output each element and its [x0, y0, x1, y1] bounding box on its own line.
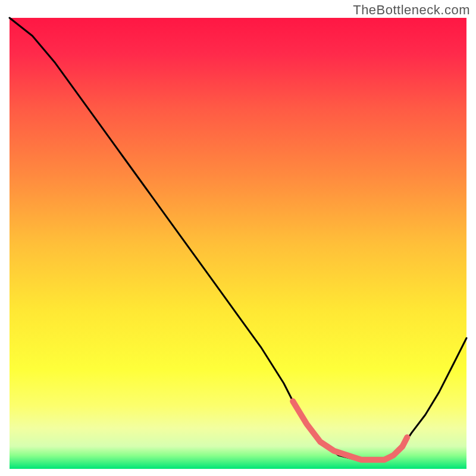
- chart-container: TheBottleneck.com: [0, 0, 476, 476]
- plot-background: [10, 18, 466, 469]
- bottleneck-chart: [0, 0, 476, 476]
- watermark-text: TheBottleneck.com: [353, 2, 470, 18]
